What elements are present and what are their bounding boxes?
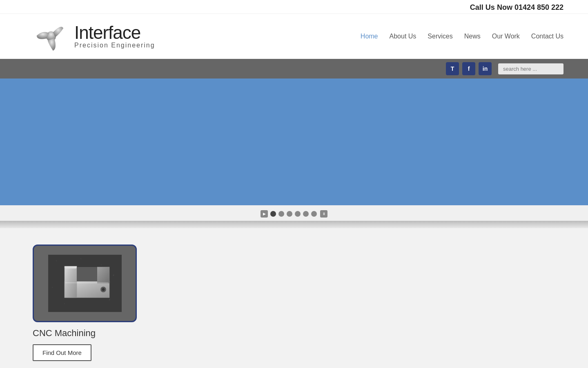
svg-point-16 [102, 288, 105, 291]
slider-dot-3[interactable] [287, 211, 292, 217]
hero-slider [0, 79, 588, 205]
svg-point-4 [80, 258, 81, 259]
slider-dot-2[interactable] [278, 211, 284, 217]
svg-point-5 [101, 265, 102, 265]
svg-point-2 [56, 260, 57, 261]
slider-play-button[interactable] [261, 210, 268, 218]
nav-about[interactable]: About Us [390, 33, 416, 40]
logo-sub: Precision Engineering [74, 42, 155, 49]
logo-icon [33, 18, 69, 55]
svg-point-7 [52, 287, 53, 288]
slider-dot-4[interactable] [295, 211, 301, 217]
cnc-part-svg [48, 255, 122, 312]
divider-shadow [0, 221, 588, 228]
svg-rect-17 [65, 282, 109, 283]
svg-point-8 [64, 303, 65, 304]
linkedin-icon[interactable]: in [479, 62, 492, 75]
nav-news[interactable]: News [464, 33, 481, 40]
nav-contact[interactable]: Contact Us [531, 33, 564, 40]
social-bar: T f in [0, 59, 588, 79]
cnc-find-out-more-button[interactable]: Find Out More [33, 344, 91, 361]
cnc-card: CNC Machining Find Out More [33, 245, 139, 361]
logo-area: Interface Precision Engineering [33, 18, 155, 55]
svg-rect-18 [65, 268, 76, 269]
twitter-icon[interactable]: T [446, 62, 459, 75]
nav-home[interactable]: Home [361, 33, 378, 40]
slider-dot-1[interactable] [270, 211, 276, 217]
phone-text: Call Us Now 01424 850 222 [470, 3, 564, 11]
slider-pause-button[interactable] [320, 210, 327, 218]
slider-dot-6[interactable] [311, 211, 317, 217]
nav-our-work[interactable]: Our Work [492, 33, 520, 40]
facebook-icon[interactable]: f [462, 62, 475, 75]
logo-text: Interface Precision Engineering [74, 24, 155, 49]
slider-controls [0, 205, 588, 221]
svg-point-9 [109, 299, 110, 301]
svg-rect-14 [77, 267, 97, 281]
svg-rect-12 [97, 267, 109, 283]
main-nav: Home About Us Services News Our Work Con… [361, 33, 564, 40]
slider-dot-5[interactable] [303, 211, 309, 217]
header: Interface Precision Engineering Home Abo… [0, 14, 588, 59]
cnc-card-title: CNC Machining [33, 328, 139, 339]
nav-services[interactable]: Services [428, 33, 452, 40]
top-bar: Call Us Now 01424 850 222 [0, 0, 588, 14]
search-input[interactable] [498, 63, 564, 74]
content-area: CNC Machining Find Out More [0, 228, 588, 368]
logo-main: Interface [74, 24, 155, 42]
svg-point-6 [113, 275, 114, 276]
cnc-card-image [33, 245, 137, 322]
